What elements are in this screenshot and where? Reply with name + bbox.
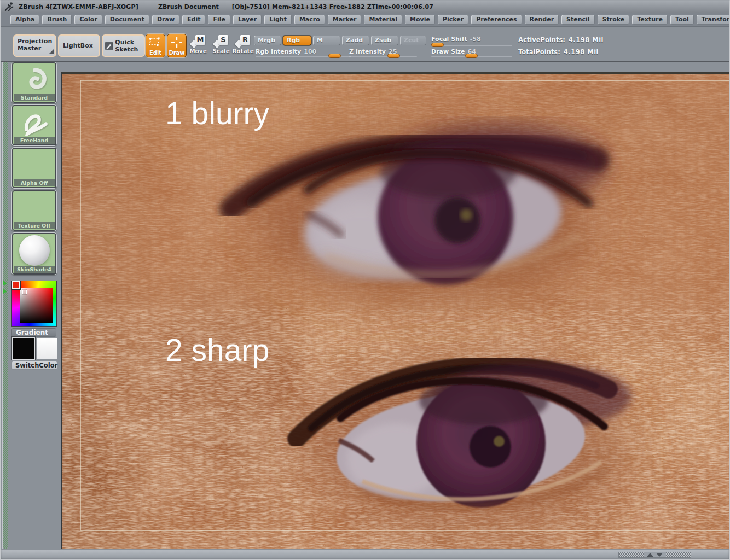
gradient-button[interactable]: Gradient	[11, 328, 56, 337]
zbrush-logo-icon	[4, 2, 15, 11]
move-label: Move	[187, 48, 209, 54]
rgb-toggle[interactable]: Rgb	[283, 36, 311, 45]
stroke-palette-tile[interactable]: FreeHand	[11, 104, 57, 146]
rgb-intensity-label: Rgb Intensity	[256, 48, 301, 55]
brush-name-label: Standard	[14, 94, 55, 101]
active-points-readout: ActivePoints:4.198 Mil	[518, 36, 604, 44]
secondary-color-swatch[interactable]	[12, 281, 20, 289]
zcut-toggle[interactable]: Zcut	[400, 36, 426, 45]
annotation-blurry-text: 1 blurry	[165, 96, 270, 131]
brush-palette-tile[interactable]: Standard	[11, 62, 57, 103]
menu-marker[interactable]: Marker	[328, 15, 362, 25]
alpha-name-label: Alpha Off	[14, 179, 55, 186]
quick-sketch-button[interactable]: Quick Sketch	[102, 34, 145, 57]
standard-brush-icon	[14, 65, 54, 94]
scroll-up-icon[interactable]	[647, 553, 653, 557]
menu-render[interactable]: Render	[525, 15, 559, 25]
menu-layer[interactable]: Layer	[233, 15, 262, 25]
edit-marquee-icon	[149, 37, 162, 47]
horizontal-scrollbar[interactable]	[618, 552, 691, 558]
menu-alpha[interactable]: Alpha	[10, 15, 39, 25]
z-intensity-handle[interactable]	[387, 54, 400, 58]
alpha-palette-tile[interactable]: Alpha Off	[11, 147, 57, 189]
menu-transform[interactable]: Transform	[697, 15, 730, 25]
mrgb-toggle[interactable]: Mrgb	[254, 36, 281, 45]
focal-shift-label: Focal Shift	[431, 36, 467, 43]
bottom-status-bar	[1, 550, 729, 560]
title-bar: ZBrush 4[ZTWX-EMMF-ABFJ-XOGP] ZBrush Doc…	[1, 1, 729, 13]
m-toggle[interactable]: M	[313, 36, 340, 45]
menu-file[interactable]: File	[208, 15, 230, 25]
app-title: ZBrush 4[ZTWX-EMMF-ABFJ-XOGP]	[19, 3, 138, 10]
draw-label: Draw	[167, 50, 186, 56]
alt-color-swatch[interactable]	[36, 337, 57, 359]
menu-bar: AlphaBrushColorDocumentDrawEditFileLayer…	[1, 13, 729, 27]
texture-palette-tile[interactable]: Texture Off	[11, 190, 57, 231]
menu-edit[interactable]: Edit	[182, 15, 205, 25]
menu-picker[interactable]: Picker	[438, 15, 468, 25]
tray-open-arrow-icon[interactable]	[3, 281, 7, 286]
color-cursor[interactable]	[22, 290, 27, 294]
draw-mode-button[interactable]: Draw	[167, 34, 187, 57]
z-intensity-track[interactable]	[349, 56, 417, 57]
rgb-intensity-slider[interactable]: Rgb Intensity100	[256, 48, 316, 55]
menu-stencil[interactable]: Stencil	[561, 15, 595, 25]
scale-icon: S	[214, 35, 228, 46]
edit-mode-button[interactable]: Edit	[146, 34, 165, 57]
projection-master-button[interactable]: Projection Master	[13, 34, 56, 57]
scale-label: Scale	[210, 48, 232, 54]
texture-name-label: Texture Off	[14, 222, 55, 229]
edit-label: Edit	[146, 50, 165, 56]
menu-movie[interactable]: Movie	[405, 15, 435, 25]
rotate-icon: R	[236, 35, 250, 46]
zbrush-window: ZBrush 4[ZTWX-EMMF-ABFJ-XOGP] ZBrush Doc…	[0, 0, 730, 560]
menu-color[interactable]: Color	[74, 15, 102, 25]
document-canvas[interactable]: 1 blurry 2 sharp	[61, 72, 730, 549]
corner-fold-icon	[49, 49, 54, 54]
draw-size-handle[interactable]	[465, 54, 478, 58]
menu-tool[interactable]: Tool	[670, 15, 694, 25]
quick-sketch-label: Quick Sketch	[115, 39, 144, 53]
rgb-intensity-value: 100	[304, 48, 316, 55]
menu-material[interactable]: Material	[364, 15, 402, 25]
draw-size-label: Draw Size	[431, 48, 465, 55]
focal-shift-value: -58	[470, 36, 481, 43]
menu-preferences[interactable]: Preferences	[471, 15, 522, 25]
rotate-tool-button[interactable]: R Rotate	[232, 35, 254, 54]
rgb-intensity-handle[interactable]	[328, 54, 341, 58]
main-color-swatch[interactable]	[12, 337, 35, 360]
total-points-readout: TotalPoints:4.198 Mil	[518, 48, 599, 56]
tray-open-arrow-icon[interactable]	[3, 289, 7, 294]
menu-document[interactable]: Document	[105, 15, 149, 25]
z-intensity-label: Z Intensity	[349, 48, 386, 55]
switch-color-button[interactable]: SwitchColor	[11, 361, 57, 370]
freehand-stroke-icon	[14, 107, 54, 136]
menu-brush[interactable]: Brush	[42, 15, 72, 25]
lightbox-button[interactable]: LightBox	[58, 34, 100, 57]
document-title: ZBrush Document	[158, 3, 219, 10]
stroke-name-label: FreeHand	[14, 137, 55, 144]
memory-stats: [Obj▸7510] Mem▸821+1343 Free▸1882 ZTime▸…	[232, 3, 433, 10]
move-icon: M	[191, 35, 205, 46]
menu-stroke[interactable]: Stroke	[598, 15, 630, 25]
focal-shift-slider[interactable]: Focal Shift-58	[431, 36, 481, 43]
material-palette-tile[interactable]: SkinShade4	[11, 232, 57, 275]
left-tray-divider[interactable]	[2, 62, 8, 549]
scale-tool-button[interactable]: S Scale	[210, 35, 232, 54]
sketch-pen-icon	[105, 40, 113, 52]
zadd-toggle[interactable]: Zadd	[342, 36, 369, 45]
menu-texture[interactable]: Texture	[632, 15, 668, 25]
annotation-sharp-text: 2 sharp	[165, 332, 269, 368]
projection-master-label: Projection Master	[18, 38, 52, 52]
scroll-down-icon[interactable]	[656, 553, 663, 557]
menu-light[interactable]: Light	[264, 15, 292, 25]
color-picker[interactable]	[11, 281, 57, 327]
menu-macro[interactable]: Macro	[294, 15, 325, 25]
zsub-toggle[interactable]: Zsub	[371, 36, 398, 45]
menu-draw[interactable]: Draw	[152, 15, 179, 25]
lightbox-label: LightBox	[63, 42, 93, 49]
top-toolbar: Projection Master LightBox Quick Sketch …	[1, 27, 729, 62]
draw-crosshair-icon	[171, 37, 183, 48]
move-tool-button[interactable]: M Move	[187, 35, 209, 54]
focal-shift-handle[interactable]	[431, 43, 444, 47]
